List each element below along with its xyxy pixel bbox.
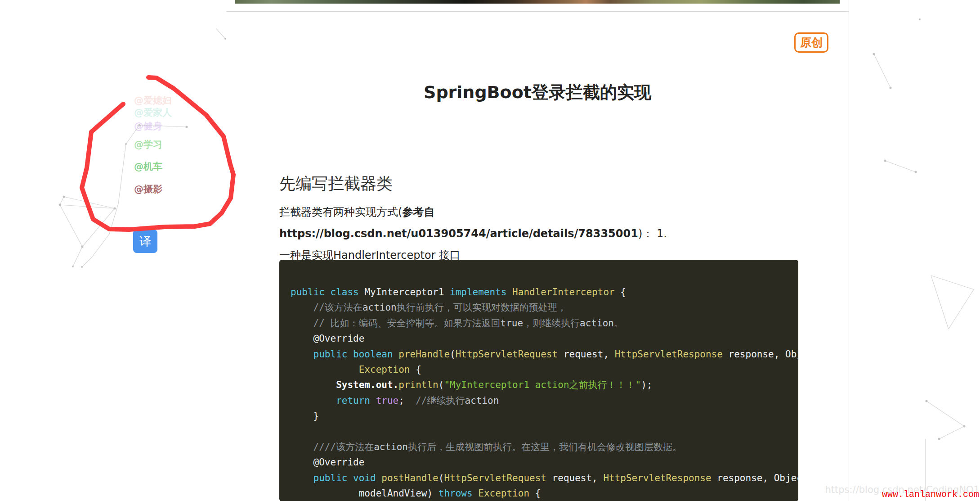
original-badge: 原创 <box>794 32 828 53</box>
side-tag: @机车 <box>134 162 172 172</box>
code-line: @Override <box>291 331 798 346</box>
code-line: //该方法在action执行前执行，可以实现对数据的预处理， <box>291 300 798 315</box>
code-line: Exception { <box>291 362 798 377</box>
paragraph-text: )： 1. <box>638 227 667 240</box>
code-line: @Override <box>291 455 798 470</box>
code-line: // 比如：编码、安全控制等。如果方法返回true，则继续执行action。 <box>291 316 798 331</box>
side-tag: @摄影 <box>134 184 172 194</box>
translate-button[interactable]: 译 <box>133 230 157 253</box>
code-block: public class MyInterceptor1 implements H… <box>279 260 798 501</box>
code-line: public void postHandle(HttpServletReques… <box>291 470 798 486</box>
code-line: public class MyInterceptor1 implements H… <box>291 284 798 300</box>
previous-article-image <box>235 0 840 4</box>
side-tag: @爱媳妇 <box>134 95 172 105</box>
previous-card-bottom <box>226 0 849 12</box>
side-tag-list: @爱媳妇@爱家人@健身@学习@机车@摄影 <box>134 95 172 194</box>
paragraph-text: 拦截器类有两种实现方式( <box>279 206 402 218</box>
code-line: public boolean preHandle(HttpServletRequ… <box>291 347 798 362</box>
code-line: } <box>291 408 798 424</box>
code-line <box>291 424 798 439</box>
watermark-site: www.lanlanwork.com <box>882 489 979 500</box>
code-line: ////该方法在action执行后，生成视图前执行。在这里，我们有机会修改视图层… <box>291 439 798 455</box>
code-line: System.out.println("MyInterceptor1 actio… <box>291 377 798 393</box>
code-line: return true; //继续执行action <box>291 393 798 408</box>
article-paragraph: 拦截器类有两种实现方式(参考自https://blog.csdn.net/u01… <box>279 201 798 266</box>
section-heading: 先编写拦截器类 <box>279 173 393 195</box>
article-title: SpringBoot登录拦截的实现 <box>226 81 849 104</box>
article-card: 原创 SpringBoot登录拦截的实现 先编写拦截器类 拦截器类有两种实现方式… <box>226 0 849 501</box>
side-tag: @学习 <box>134 140 172 149</box>
side-tag: @健身 <box>134 121 172 131</box>
code-line: modelAndView) throws Exception { <box>291 486 798 501</box>
side-tag: @爱家人 <box>134 108 172 117</box>
